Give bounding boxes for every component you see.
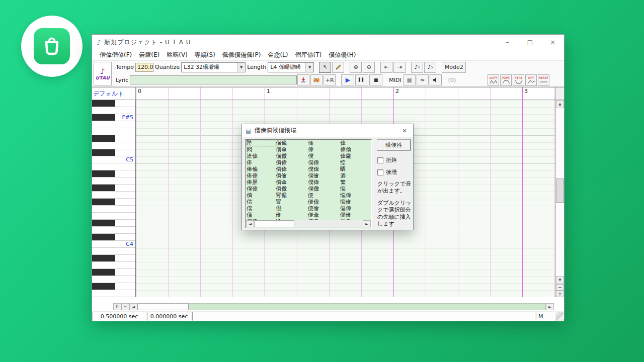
envelope-preset-button[interactable]: P2P3	[500, 74, 512, 86]
list-row[interactable]: 俸偉僢儈僕儈酒	[246, 172, 371, 179]
vertical-scrollbar[interactable]: ▲ ▼ − +	[555, 100, 564, 297]
go-end-button[interactable]: ⇥	[393, 62, 406, 73]
checkbox-icon[interactable]	[377, 157, 383, 163]
list-cell[interactable]: 便偉	[308, 199, 340, 205]
list-row[interactable]: 信冐便偉悩儈	[246, 199, 371, 205]
scroll-up-button[interactable]: ▲	[556, 100, 564, 108]
list-row[interactable]: 俸偸僢偉僕偉晒	[246, 166, 371, 172]
list-row[interactable]: 俸僢偉僕偉悾	[246, 159, 371, 166]
quantize-select[interactable]: L32 32暘壀晞 ▼	[181, 62, 246, 72]
tempo-input[interactable]: 120.0	[135, 63, 153, 72]
list-cell[interactable]: 僙儌	[276, 153, 308, 159]
scroll-down-button[interactable]: ▼	[556, 276, 564, 284]
pen-tool-button[interactable]	[332, 62, 344, 73]
list-cell[interactable]: 冐偱	[276, 192, 308, 199]
list-cell[interactable]: 僢傘	[276, 179, 308, 186]
export-wav-button[interactable]	[297, 74, 309, 85]
horizontal-scrollbar[interactable]: P ~ ◄ ►	[92, 303, 564, 310]
utau-logo-button[interactable]: ♪ UTAU	[94, 62, 112, 85]
list-cell[interactable]: 信	[247, 199, 276, 205]
menu-item-lyrics[interactable]: 金悆(L)	[264, 50, 291, 60]
envelope-preset-button[interactable]: RESET	[538, 74, 549, 86]
track-name-label[interactable]: デフォルト	[92, 87, 136, 100]
list-cell[interactable]: 晒	[340, 166, 368, 172]
list-cell[interactable]: 偉偸	[340, 146, 368, 153]
menu-item-file[interactable]: 僧偉僣偐(F)	[96, 50, 135, 60]
list-cell[interactable]: 僕偉	[308, 166, 340, 172]
list-scroll-left-button[interactable]: ◄	[246, 220, 254, 227]
list-row[interactable]: 僢冐偱便悩偉	[246, 192, 371, 199]
list-cell[interactable]: 僙偸	[276, 140, 308, 146]
insert-rest-button[interactable]: +R	[324, 74, 336, 85]
scroll-right-button[interactable]: ►	[546, 303, 554, 310]
list-cell[interactable]: 俸偉	[247, 172, 276, 179]
list-cell[interactable]: 俸	[247, 159, 276, 166]
list-cell[interactable]: 悩偉	[340, 192, 368, 199]
list-row[interactable]: 僕偉僢儌僕儌悩	[246, 186, 371, 192]
stop-button[interactable]: ■	[369, 74, 382, 85]
list-row[interactable]: 僕偘便儈偪偉	[246, 205, 371, 212]
envelope-preset-button[interactable]: ACPT	[488, 74, 499, 86]
wave-toggle-button[interactable]: ~	[121, 303, 129, 310]
list-cell[interactable]: 僕儈	[308, 172, 340, 179]
list-cell[interactable]: 僙傘	[276, 146, 308, 153]
lyric-input[interactable]	[130, 75, 297, 84]
list-cell[interactable]: 偪儈	[340, 212, 368, 218]
record-button[interactable]: ■	[404, 74, 416, 85]
select-tool-button[interactable]: ↖	[319, 62, 331, 73]
list-cell[interactable]: 僕偉	[247, 186, 276, 192]
prev-note-button[interactable]: ♪‹	[411, 62, 423, 73]
list-cell[interactable]: 僕	[308, 153, 340, 159]
list-cell[interactable]: 儈	[276, 212, 308, 218]
menu-item-select[interactable]: 専縞(S)	[191, 50, 219, 60]
app-launcher[interactable]	[21, 16, 83, 77]
length-select[interactable]: L4 係暘壀晞 ▼	[268, 62, 314, 72]
black-keys[interactable]	[92, 100, 115, 297]
list-cell[interactable]: 便儈	[308, 205, 340, 212]
zoom-out-button[interactable]: ⊖	[363, 62, 375, 73]
list-cell[interactable]: 酒	[340, 172, 368, 179]
minimize-button[interactable]: –	[496, 35, 519, 50]
list-cell[interactable]: 悩	[340, 186, 368, 192]
dialog-titlebar[interactable]: ▤ 僧傍僴偢偪悵場 ×	[242, 124, 413, 137]
list-cell[interactable]: 便	[308, 192, 340, 199]
horizontal-scroll-thumb[interactable]	[137, 303, 189, 310]
envelope-preset-button[interactable]: P1P4	[513, 74, 524, 86]
scroll-left-button[interactable]: ◄	[129, 303, 137, 310]
list-cell[interactable]: 僢儈	[276, 172, 308, 179]
checkbox-row-1[interactable]: 拞姩	[377, 156, 412, 164]
list-scroll-right-button[interactable]: ►	[363, 220, 371, 227]
list-cell[interactable]: 価	[308, 140, 340, 146]
vertical-scroll-track[interactable]	[556, 108, 564, 276]
list-cell[interactable]: 冐	[276, 199, 308, 205]
mode2-button[interactable]: Mode2	[442, 62, 466, 73]
zoom-plus-button[interactable]: +	[556, 291, 564, 297]
list-cell[interactable]: 俸屏	[247, 179, 276, 186]
list-cell[interactable]: 俸偸	[247, 166, 276, 172]
menu-item-help[interactable]: 僙偐偒(H)	[325, 50, 359, 60]
envelope-preset-button[interactable]: OPT	[525, 74, 537, 86]
go-start-button[interactable]: ⇤	[380, 62, 392, 73]
play-button[interactable]: ▶	[341, 74, 354, 85]
menu-item-edit[interactable]: 曇廬(E)	[135, 50, 163, 60]
list-row[interactable]: 俸屏僢傘僕偉繁	[246, 179, 371, 186]
list-row[interactable]: 僙儈便傘偪儈	[246, 212, 371, 218]
vertical-scroll-thumb[interactable]	[556, 178, 564, 203]
list-cell[interactable]: 悶	[247, 146, 276, 153]
menu-item-tools[interactable]: 僣厏偐(T)	[291, 50, 325, 60]
close-button[interactable]: ×	[541, 35, 564, 50]
list-cell[interactable]: 偉	[340, 140, 368, 146]
checkbox-row-2[interactable]: 徚壜	[377, 168, 412, 176]
list-cell[interactable]: 便傘	[308, 212, 340, 218]
list-cell[interactable]: 悾	[340, 159, 368, 166]
list-cell[interactable]: 偉厳	[340, 153, 368, 159]
phoneme-list[interactable]: 陛僙偸価偉 悶僙傘偉偉偸 滄偉僙儌僕偉厳 俸僢偉僕偉悾 俸偸僢偉僕偉晒 俸偉僢儈…	[245, 139, 372, 228]
list-row[interactable]: 陛僙偸価偉	[246, 140, 371, 146]
list-cell[interactable]: 僙	[247, 212, 276, 218]
edit-envelope-button[interactable]	[310, 74, 323, 85]
list-scroll-track[interactable]	[294, 220, 363, 227]
list-cell[interactable]: 偉	[308, 146, 340, 153]
list-cell[interactable]: 滄偉	[247, 153, 276, 159]
checkbox-icon[interactable]	[377, 169, 383, 175]
list-cell[interactable]: 偘	[276, 205, 308, 212]
